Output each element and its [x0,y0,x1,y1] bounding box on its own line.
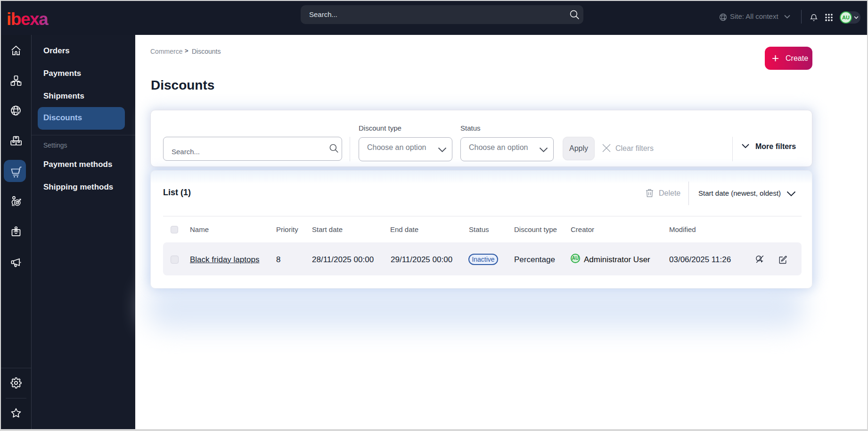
svg-text:ibexa: ibexa [7,9,49,29]
